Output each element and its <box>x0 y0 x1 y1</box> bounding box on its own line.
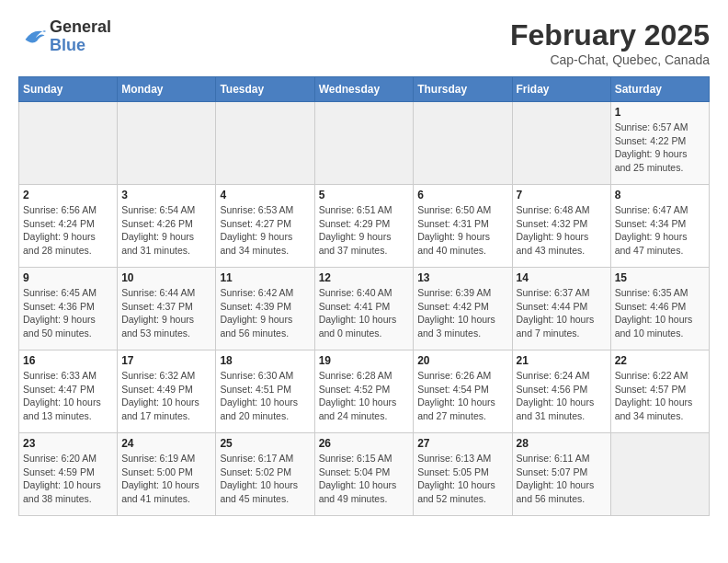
calendar-cell: 6Sunrise: 6:50 AM Sunset: 4:31 PM Daylig… <box>414 185 512 268</box>
day-info: Sunrise: 6:24 AM Sunset: 4:56 PM Dayligh… <box>517 369 607 423</box>
calendar-cell: 12Sunrise: 6:40 AM Sunset: 4:41 PM Dayli… <box>314 268 414 350</box>
day-info: Sunrise: 6:28 AM Sunset: 4:52 PM Dayligh… <box>319 369 410 423</box>
day-info: Sunrise: 6:51 AM Sunset: 4:29 PM Dayligh… <box>319 203 410 258</box>
day-number: 26 <box>319 437 410 450</box>
calendar-header: SundayMondayTuesdayWednesdayThursdayFrid… <box>19 77 710 102</box>
day-info: Sunrise: 6:50 AM Sunset: 4:31 PM Dayligh… <box>417 203 507 258</box>
day-info: Sunrise: 6:30 AM Sunset: 4:51 PM Dayligh… <box>220 369 310 423</box>
day-info: Sunrise: 6:32 AM Sunset: 4:49 PM Dayligh… <box>121 369 211 423</box>
weekday-header-sunday: Sunday <box>19 77 118 102</box>
logo: General Blue <box>18 18 111 55</box>
day-number: 27 <box>417 437 507 450</box>
day-info: Sunrise: 6:45 AM Sunset: 4:36 PM Dayligh… <box>23 286 113 340</box>
day-number: 25 <box>220 437 310 450</box>
logo-blue: Blue <box>50 36 85 54</box>
title-area: February 2025 Cap-Chat, Quebec, Canada <box>510 18 710 67</box>
calendar-week-5: 23Sunrise: 6:20 AM Sunset: 4:59 PM Dayli… <box>19 433 710 516</box>
calendar-week-2: 2Sunrise: 6:56 AM Sunset: 4:24 PM Daylig… <box>19 185 710 268</box>
day-info: Sunrise: 6:47 AM Sunset: 4:34 PM Dayligh… <box>615 203 705 258</box>
day-number: 7 <box>517 189 607 201</box>
day-number: 17 <box>121 354 211 367</box>
day-info: Sunrise: 6:15 AM Sunset: 5:04 PM Dayligh… <box>319 452 410 506</box>
calendar-cell: 24Sunrise: 6:19 AM Sunset: 5:00 PM Dayli… <box>118 433 216 516</box>
day-number: 12 <box>319 271 410 284</box>
day-info: Sunrise: 6:19 AM Sunset: 5:00 PM Dayligh… <box>121 452 211 506</box>
day-number: 8 <box>615 189 705 201</box>
location-subtitle: Cap-Chat, Quebec, Canada <box>510 52 710 67</box>
calendar-cell <box>610 433 709 516</box>
day-info: Sunrise: 6:56 AM Sunset: 4:24 PM Dayligh… <box>23 203 113 258</box>
day-info: Sunrise: 6:17 AM Sunset: 5:02 PM Dayligh… <box>220 452 310 506</box>
calendar-week-4: 16Sunrise: 6:33 AM Sunset: 4:47 PM Dayli… <box>19 350 710 433</box>
weekday-header-wednesday: Wednesday <box>314 77 414 102</box>
day-number: 11 <box>220 271 310 284</box>
logo-icon <box>18 26 46 48</box>
calendar-cell: 23Sunrise: 6:20 AM Sunset: 4:59 PM Dayli… <box>19 433 118 516</box>
calendar-week-1: 1Sunrise: 6:57 AM Sunset: 4:22 PM Daylig… <box>19 102 710 185</box>
calendar-cell: 15Sunrise: 6:35 AM Sunset: 4:46 PM Dayli… <box>610 268 709 350</box>
day-info: Sunrise: 6:22 AM Sunset: 4:57 PM Dayligh… <box>615 369 705 423</box>
day-number: 15 <box>615 271 705 284</box>
calendar-cell: 11Sunrise: 6:42 AM Sunset: 4:39 PM Dayli… <box>216 268 314 350</box>
calendar-cell: 28Sunrise: 6:11 AM Sunset: 5:07 PM Dayli… <box>512 433 610 516</box>
day-number: 1 <box>615 106 705 119</box>
calendar-cell: 16Sunrise: 6:33 AM Sunset: 4:47 PM Dayli… <box>19 350 118 433</box>
day-info: Sunrise: 6:44 AM Sunset: 4:37 PM Dayligh… <box>121 286 211 340</box>
calendar-cell <box>19 102 118 185</box>
day-info: Sunrise: 6:20 AM Sunset: 4:59 PM Dayligh… <box>23 452 113 506</box>
day-info: Sunrise: 6:40 AM Sunset: 4:41 PM Dayligh… <box>319 286 410 340</box>
day-info: Sunrise: 6:53 AM Sunset: 4:27 PM Dayligh… <box>220 203 310 258</box>
day-number: 28 <box>517 437 607 450</box>
day-info: Sunrise: 6:54 AM Sunset: 4:26 PM Dayligh… <box>121 203 211 258</box>
calendar-body: 1Sunrise: 6:57 AM Sunset: 4:22 PM Daylig… <box>19 102 710 516</box>
day-info: Sunrise: 6:26 AM Sunset: 4:54 PM Dayligh… <box>417 369 507 423</box>
day-number: 21 <box>517 354 607 367</box>
weekday-row: SundayMondayTuesdayWednesdayThursdayFrid… <box>19 77 710 102</box>
calendar-cell: 13Sunrise: 6:39 AM Sunset: 4:42 PM Dayli… <box>414 268 512 350</box>
day-number: 13 <box>417 271 507 284</box>
day-number: 14 <box>517 271 607 284</box>
logo-general: General <box>50 17 111 36</box>
day-number: 20 <box>417 354 507 367</box>
day-info: Sunrise: 6:48 AM Sunset: 4:32 PM Dayligh… <box>517 203 607 258</box>
calendar-cell: 18Sunrise: 6:30 AM Sunset: 4:51 PM Dayli… <box>216 350 314 433</box>
calendar-cell: 3Sunrise: 6:54 AM Sunset: 4:26 PM Daylig… <box>118 185 216 268</box>
calendar-cell: 22Sunrise: 6:22 AM Sunset: 4:57 PM Dayli… <box>610 350 709 433</box>
day-number: 22 <box>615 354 705 367</box>
calendar-cell <box>118 102 216 185</box>
calendar-cell: 2Sunrise: 6:56 AM Sunset: 4:24 PM Daylig… <box>19 185 118 268</box>
weekday-header-friday: Friday <box>512 77 610 102</box>
calendar-cell: 8Sunrise: 6:47 AM Sunset: 4:34 PM Daylig… <box>610 185 709 268</box>
calendar-table: SundayMondayTuesdayWednesdayThursdayFrid… <box>18 76 710 516</box>
calendar-cell: 19Sunrise: 6:28 AM Sunset: 4:52 PM Dayli… <box>314 350 414 433</box>
header: General Blue February 2025 Cap-Chat, Que… <box>18 18 710 67</box>
day-number: 5 <box>319 189 410 201</box>
calendar-cell: 10Sunrise: 6:44 AM Sunset: 4:37 PM Dayli… <box>118 268 216 350</box>
calendar-cell <box>216 102 314 185</box>
calendar-cell: 17Sunrise: 6:32 AM Sunset: 4:49 PM Dayli… <box>118 350 216 433</box>
calendar-cell: 20Sunrise: 6:26 AM Sunset: 4:54 PM Dayli… <box>414 350 512 433</box>
day-info: Sunrise: 6:37 AM Sunset: 4:44 PM Dayligh… <box>517 286 607 340</box>
day-number: 19 <box>319 354 410 367</box>
calendar-cell: 25Sunrise: 6:17 AM Sunset: 5:02 PM Dayli… <box>216 433 314 516</box>
calendar-cell: 21Sunrise: 6:24 AM Sunset: 4:56 PM Dayli… <box>512 350 610 433</box>
month-title: February 2025 <box>510 18 710 52</box>
calendar-cell: 26Sunrise: 6:15 AM Sunset: 5:04 PM Dayli… <box>314 433 414 516</box>
day-info: Sunrise: 6:35 AM Sunset: 4:46 PM Dayligh… <box>615 286 705 340</box>
calendar-cell: 1Sunrise: 6:57 AM Sunset: 4:22 PM Daylig… <box>610 102 709 185</box>
calendar-week-3: 9Sunrise: 6:45 AM Sunset: 4:36 PM Daylig… <box>19 268 710 350</box>
weekday-header-tuesday: Tuesday <box>216 77 314 102</box>
day-number: 18 <box>220 354 310 367</box>
calendar-cell: 7Sunrise: 6:48 AM Sunset: 4:32 PM Daylig… <box>512 185 610 268</box>
calendar-cell <box>414 102 512 185</box>
day-info: Sunrise: 6:39 AM Sunset: 4:42 PM Dayligh… <box>417 286 507 340</box>
calendar-cell: 4Sunrise: 6:53 AM Sunset: 4:27 PM Daylig… <box>216 185 314 268</box>
calendar-cell <box>512 102 610 185</box>
day-number: 16 <box>23 354 113 367</box>
weekday-header-monday: Monday <box>118 77 216 102</box>
day-number: 23 <box>23 437 113 450</box>
calendar-cell: 5Sunrise: 6:51 AM Sunset: 4:29 PM Daylig… <box>314 185 414 268</box>
day-info: Sunrise: 6:11 AM Sunset: 5:07 PM Dayligh… <box>517 452 607 506</box>
day-info: Sunrise: 6:13 AM Sunset: 5:05 PM Dayligh… <box>417 452 507 506</box>
day-info: Sunrise: 6:42 AM Sunset: 4:39 PM Dayligh… <box>220 286 310 340</box>
